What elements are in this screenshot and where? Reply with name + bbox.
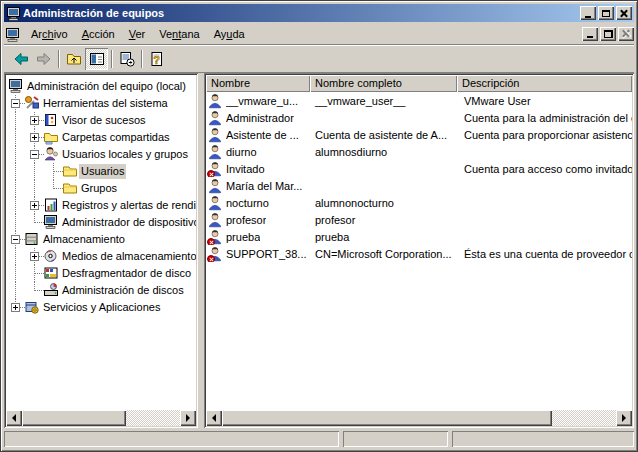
column-header-descripcion[interactable]: Descripción <box>457 75 632 92</box>
tree-item-registros-y-alertas-de-rendim[interactable]: Registros y alertas de rendim <box>6 197 196 214</box>
back-button[interactable] <box>9 48 32 70</box>
computer-icon <box>6 6 20 20</box>
show-hide-tree-button[interactable] <box>85 48 108 70</box>
user-row-invitado[interactable]: InvitadoCuenta para acceso como invitado <box>206 160 632 177</box>
menu-item-accion[interactable]: Acción <box>75 25 122 43</box>
expand-plus-box[interactable] <box>30 116 39 125</box>
column-header-nombre-completo[interactable]: Nombre completo <box>310 75 457 92</box>
tree-item-almacenamiento[interactable]: Almacenamiento <box>6 231 196 248</box>
scrollbar-track[interactable] <box>126 410 180 426</box>
disabled-x-badge <box>207 255 215 262</box>
maximize-button[interactable] <box>598 6 614 20</box>
tree-guide-line <box>34 180 35 197</box>
tree-item-label: Registros y alertas de rendim <box>60 198 196 213</box>
mdi-minimize-icon <box>587 36 593 38</box>
tree-item-administracion-de-discos[interactable]: Administración de discos <box>6 282 196 299</box>
user-full-name: alumnonocturno <box>310 197 457 209</box>
user-row-diurno[interactable]: diurnoalumnosdiurno <box>206 143 632 160</box>
status-panel <box>343 431 448 447</box>
folder-icon <box>62 180 78 196</box>
expand-plus-box[interactable] <box>30 201 39 210</box>
tree-item-desfragmentador-de-disco[interactable]: Desfragmentador de disco <box>6 265 196 282</box>
tree-guide-line <box>15 214 16 231</box>
collapse-minus-box[interactable] <box>11 99 20 108</box>
help-button[interactable]: ? <box>145 48 168 70</box>
user-row-asistente-de[interactable]: Asistente de ...Cuenta de asistente de A… <box>206 126 632 143</box>
user-row-support_38[interactable]: SUPPORT_38...CN=Microsoft Corporation...… <box>206 245 632 262</box>
minimize-button[interactable] <box>580 6 596 20</box>
collapse-minus-box[interactable] <box>11 235 20 244</box>
tree-guide-line <box>34 163 35 180</box>
column-header-nombre[interactable]: Nombre <box>206 75 310 92</box>
svg-text:?: ? <box>153 54 160 66</box>
user-row-nocturno[interactable]: nocturnoalumnonocturno <box>206 194 632 211</box>
mdi-close-button[interactable] <box>618 27 634 41</box>
user-row-__vmware_u[interactable]: __vmware_u...__vmware_user__VMware User <box>206 92 632 109</box>
scroll-right-button[interactable] <box>616 410 632 426</box>
tree-item-visor-de-sucesos[interactable]: Visor de sucesos <box>6 112 196 129</box>
status-bar <box>4 428 634 448</box>
disabled-x-badge <box>207 238 215 245</box>
user-row-maria-del-mar[interactable]: María del Mar... <box>206 177 632 194</box>
user-full-name: Cuenta de asistente de A... <box>310 129 457 141</box>
title-bar[interactable]: Administración de equipos <box>4 4 634 22</box>
tree-guide-line <box>15 112 16 129</box>
export-list-button[interactable] <box>115 48 138 70</box>
services-icon <box>24 299 40 315</box>
user-icon <box>208 110 224 126</box>
tree-item-herramientas-del-sistema[interactable]: Herramientas del sistema <box>6 95 196 112</box>
scroll-right-button[interactable] <box>180 410 196 426</box>
list-header: NombreNombre completoDescripción <box>206 75 632 92</box>
expand-plus-box[interactable] <box>30 252 39 261</box>
folder-icon <box>62 163 78 179</box>
arrow-right-icon <box>36 51 52 67</box>
scrollbar-thumb[interactable] <box>22 410 126 426</box>
collapse-minus-box[interactable] <box>30 150 39 159</box>
tree-item-administrador-de-dispositivos[interactable]: Administrador de dispositivos <box>6 214 196 231</box>
scrollbar-track[interactable] <box>552 410 616 426</box>
users-icon <box>43 146 59 162</box>
scroll-left-button[interactable] <box>6 410 22 426</box>
console-tree-panel: Administración del equipo (local)Herrami… <box>4 73 198 428</box>
scrollbar-thumb[interactable] <box>222 410 552 426</box>
menu-item-archivo[interactable]: Archivo <box>24 25 75 43</box>
tree-guide-line <box>15 163 16 180</box>
tree-item-label: Administración de discos <box>60 283 186 298</box>
menu-item-ver[interactable]: Ver <box>122 25 153 43</box>
mdi-minimize-button[interactable] <box>582 27 598 41</box>
user-name: __vmware_u... <box>226 95 298 107</box>
user-disabled-icon <box>208 229 224 245</box>
menu-item-ayuda[interactable]: Ayuda <box>207 25 252 43</box>
tree-item-carpetas-compartidas[interactable]: Carpetas compartidas <box>6 129 196 146</box>
tree-item-grupos[interactable]: Grupos <box>6 180 196 197</box>
tree-item-servicios-y-aplicaciones[interactable]: Servicios y Aplicaciones <box>6 299 196 316</box>
forward-button[interactable] <box>32 48 55 70</box>
user-name: Administrador <box>226 112 294 124</box>
tree-item-administracion-del-equipo-local[interactable]: Administración del equipo (local) <box>6 78 196 95</box>
tree-guide-line <box>15 197 16 214</box>
user-full-name: profesor <box>310 214 457 226</box>
expand-plus-box[interactable] <box>30 133 39 142</box>
mdi-restore-button[interactable] <box>600 27 616 41</box>
user-row-administrador[interactable]: AdministradorCuenta para la administraci… <box>206 109 632 126</box>
scroll-left-button[interactable] <box>206 410 222 426</box>
close-button[interactable] <box>616 6 632 20</box>
expand-plus-box[interactable] <box>11 303 20 312</box>
tree-item-usuarios[interactable]: Usuarios <box>6 163 196 180</box>
tree-item-label: Administrador de dispositivos <box>60 215 196 230</box>
computer-icon <box>43 214 59 230</box>
up-one-level-button[interactable] <box>62 48 85 70</box>
export-list-icon <box>119 51 135 67</box>
user-icon <box>208 195 224 211</box>
user-row-prueba[interactable]: pruebaprueba <box>206 228 632 245</box>
menu-item-ventana[interactable]: Ventana <box>152 25 206 43</box>
toolbar: ? <box>4 46 634 73</box>
list-horizontal-scrollbar[interactable] <box>206 410 632 426</box>
tree-item-label: Herramientas del sistema <box>41 96 170 111</box>
tree-horizontal-scrollbar[interactable] <box>6 410 196 426</box>
user-row-profesor[interactable]: profesorprofesor <box>206 211 632 228</box>
tree-item-medios-de-almacenamiento-e[interactable]: Medios de almacenamiento e <box>6 248 196 265</box>
tree-item-usuarios-locales-y-grupos[interactable]: Usuarios locales y grupos <box>6 146 196 163</box>
triangle-left-icon <box>208 414 216 422</box>
mdi-child-computer-icon[interactable] <box>5 27 20 41</box>
